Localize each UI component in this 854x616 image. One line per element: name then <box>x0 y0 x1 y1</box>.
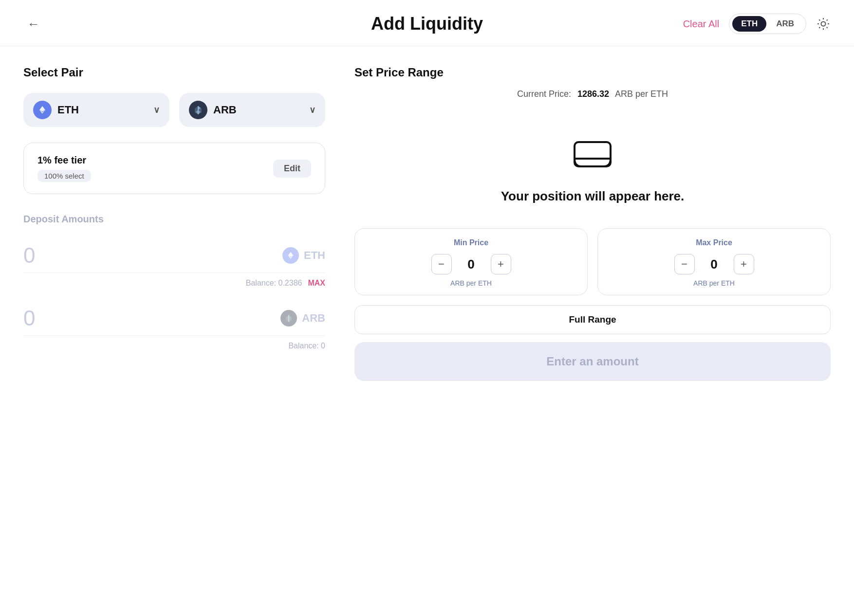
max-price-decrease-button[interactable]: − <box>674 254 695 274</box>
min-price-controls: − 0 + <box>365 254 577 274</box>
min-price-increase-button[interactable]: + <box>491 254 511 274</box>
back-button[interactable]: ← <box>23 15 44 34</box>
eth-icon <box>33 101 52 119</box>
current-price-row: Current Price: 1286.32 ARB per ETH <box>354 89 831 99</box>
fee-tier-left: 1% fee tier 100% select <box>37 155 91 182</box>
eth-chevron-icon: ∨ <box>153 105 160 115</box>
header: ← Add Liquidity Clear All ETH ARB <box>0 0 854 46</box>
inbox-svg-icon <box>571 138 614 177</box>
arb-small-icon <box>284 314 293 323</box>
clear-all-button[interactable]: Clear All <box>683 18 719 30</box>
eth-small-icon <box>286 251 295 260</box>
eth-deposit-icon <box>282 247 299 264</box>
min-price-unit: ARB per ETH <box>450 279 492 287</box>
position-placeholder: Your position will appear here. <box>354 119 831 228</box>
eth-token-selector[interactable]: ETH ∨ <box>23 93 169 127</box>
fee-tier-box: 1% fee tier 100% select Edit <box>23 143 325 194</box>
svg-rect-13 <box>575 142 611 166</box>
gear-icon <box>816 17 831 31</box>
inbox-icon <box>571 138 614 179</box>
max-price-label: Max Price <box>696 238 732 247</box>
svg-point-0 <box>821 22 826 26</box>
max-price-unit: ARB per ETH <box>693 279 735 287</box>
arb-deposit-row: 0 ARB <box>23 301 325 336</box>
header-left: ← <box>23 15 44 34</box>
arb-deposit-token: ARB <box>280 310 325 326</box>
pair-selectors: ETH ∨ ARB ∨ <box>23 93 325 127</box>
min-price-label: Min Price <box>454 238 488 247</box>
arb-balance-text: Balance: 0 <box>288 342 325 350</box>
arb-deposit-amount: 0 <box>23 306 35 330</box>
arb-deposit-icon <box>280 310 297 326</box>
max-price-increase-button[interactable]: + <box>734 254 754 274</box>
header-right: Clear All ETH ARB <box>683 14 831 34</box>
eth-deposit-amount: 0 <box>23 243 35 268</box>
arb-chevron-icon: ∨ <box>309 105 316 115</box>
edit-fee-button[interactable]: Edit <box>273 160 311 178</box>
arb-icon <box>189 101 207 119</box>
min-price-value: 0 <box>462 257 481 272</box>
eth-balance-text: Balance: 0.2386 <box>246 279 302 288</box>
max-price-controls: − 0 + <box>608 254 820 274</box>
settings-button[interactable] <box>816 17 831 31</box>
price-range-controls: Min Price − 0 + ARB per ETH Max Price − … <box>354 228 831 295</box>
page-title: Add Liquidity <box>371 14 483 34</box>
eth-deposit-label: ETH <box>304 249 325 262</box>
min-price-box: Min Price − 0 + ARB per ETH <box>354 228 588 295</box>
select-pair-title: Select Pair <box>23 66 325 79</box>
eth-diamond-icon <box>37 105 47 115</box>
max-price-box: Max Price − 0 + ARB per ETH <box>597 228 831 295</box>
arb-token-selector[interactable]: ARB ∨ <box>179 93 325 127</box>
min-price-decrease-button[interactable]: − <box>431 254 452 274</box>
eth-max-button[interactable]: MAX <box>308 279 325 288</box>
deposit-amounts-title: Deposit Amounts <box>23 214 325 225</box>
left-panel: Select Pair ETH ∨ <box>23 66 325 381</box>
right-panel: Set Price Range Current Price: 1286.32 A… <box>354 66 831 381</box>
eth-deposit-token: ETH <box>282 247 325 264</box>
fee-tier-badge: 100% select <box>37 170 91 182</box>
fee-tier-label: 1% fee tier <box>37 155 91 166</box>
enter-amount-button: Enter an amount <box>354 342 831 381</box>
max-price-value: 0 <box>705 257 724 272</box>
arb-balance-row: Balance: 0 <box>23 342 325 350</box>
full-range-button[interactable]: Full Range <box>354 305 831 334</box>
current-price-label: Current Price: <box>517 89 571 99</box>
eth-deposit-row: 0 ETH <box>23 238 325 273</box>
eth-token-label: ETH <box>57 104 79 116</box>
current-price-unit: ARB per ETH <box>615 89 668 99</box>
eth-balance-row: Balance: 0.2386 MAX <box>23 279 325 288</box>
current-price-value: 1286.32 <box>577 89 609 99</box>
position-placeholder-text: Your position will appear here. <box>501 189 685 204</box>
main-content: Select Pair ETH ∨ <box>0 46 854 381</box>
arb-deposit-label: ARB <box>302 312 325 325</box>
network-toggle: ETH ARB <box>729 14 806 34</box>
arb-token-label: ARB <box>213 104 237 116</box>
arb-network-button[interactable]: ARB <box>767 16 803 32</box>
arb-logo-icon <box>193 105 204 115</box>
price-range-title: Set Price Range <box>354 66 831 79</box>
eth-network-button[interactable]: ETH <box>732 16 766 32</box>
